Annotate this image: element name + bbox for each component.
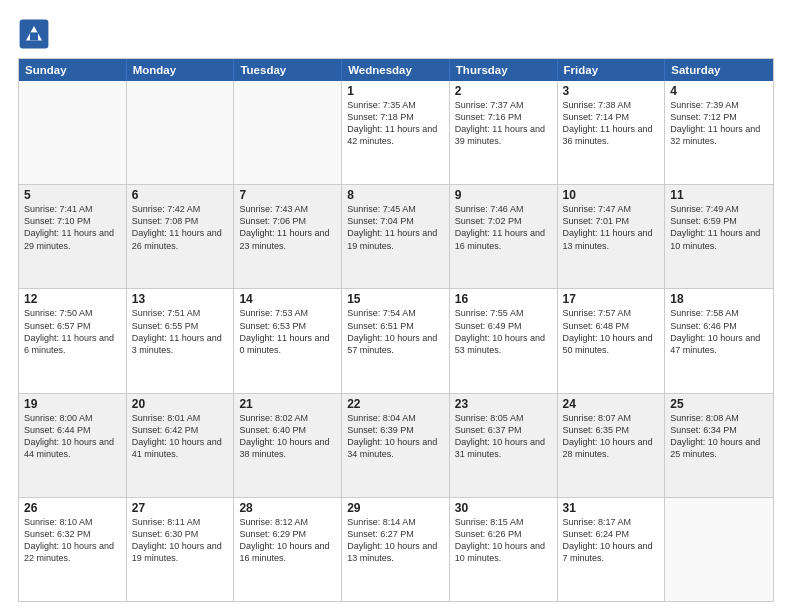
calendar-cell: 25Sunrise: 8:08 AM Sunset: 6:34 PM Dayli… bbox=[665, 394, 773, 497]
day-number: 20 bbox=[132, 397, 229, 411]
calendar-cell: 24Sunrise: 8:07 AM Sunset: 6:35 PM Dayli… bbox=[558, 394, 666, 497]
calendar-cell: 10Sunrise: 7:47 AM Sunset: 7:01 PM Dayli… bbox=[558, 185, 666, 288]
weekday-header-thursday: Thursday bbox=[450, 59, 558, 81]
day-info: Sunrise: 7:51 AM Sunset: 6:55 PM Dayligh… bbox=[132, 307, 229, 356]
day-number: 15 bbox=[347, 292, 444, 306]
calendar-cell: 20Sunrise: 8:01 AM Sunset: 6:42 PM Dayli… bbox=[127, 394, 235, 497]
day-number: 1 bbox=[347, 84, 444, 98]
day-info: Sunrise: 7:42 AM Sunset: 7:08 PM Dayligh… bbox=[132, 203, 229, 252]
day-number: 8 bbox=[347, 188, 444, 202]
day-info: Sunrise: 7:57 AM Sunset: 6:48 PM Dayligh… bbox=[563, 307, 660, 356]
calendar-cell: 23Sunrise: 8:05 AM Sunset: 6:37 PM Dayli… bbox=[450, 394, 558, 497]
day-number: 7 bbox=[239, 188, 336, 202]
day-number: 16 bbox=[455, 292, 552, 306]
calendar-cell: 28Sunrise: 8:12 AM Sunset: 6:29 PM Dayli… bbox=[234, 498, 342, 601]
calendar-cell: 1Sunrise: 7:35 AM Sunset: 7:18 PM Daylig… bbox=[342, 81, 450, 184]
day-info: Sunrise: 7:58 AM Sunset: 6:46 PM Dayligh… bbox=[670, 307, 768, 356]
calendar-cell: 11Sunrise: 7:49 AM Sunset: 6:59 PM Dayli… bbox=[665, 185, 773, 288]
calendar-cell: 26Sunrise: 8:10 AM Sunset: 6:32 PM Dayli… bbox=[19, 498, 127, 601]
calendar-cell: 14Sunrise: 7:53 AM Sunset: 6:53 PM Dayli… bbox=[234, 289, 342, 392]
calendar-cell: 17Sunrise: 7:57 AM Sunset: 6:48 PM Dayli… bbox=[558, 289, 666, 392]
day-info: Sunrise: 8:10 AM Sunset: 6:32 PM Dayligh… bbox=[24, 516, 121, 565]
calendar-cell: 19Sunrise: 8:00 AM Sunset: 6:44 PM Dayli… bbox=[19, 394, 127, 497]
day-number: 12 bbox=[24, 292, 121, 306]
day-number: 31 bbox=[563, 501, 660, 515]
calendar-row-3: 12Sunrise: 7:50 AM Sunset: 6:57 PM Dayli… bbox=[19, 288, 773, 392]
day-info: Sunrise: 7:35 AM Sunset: 7:18 PM Dayligh… bbox=[347, 99, 444, 148]
calendar: SundayMondayTuesdayWednesdayThursdayFrid… bbox=[18, 58, 774, 602]
day-info: Sunrise: 8:08 AM Sunset: 6:34 PM Dayligh… bbox=[670, 412, 768, 461]
day-info: Sunrise: 8:05 AM Sunset: 6:37 PM Dayligh… bbox=[455, 412, 552, 461]
day-info: Sunrise: 7:50 AM Sunset: 6:57 PM Dayligh… bbox=[24, 307, 121, 356]
day-info: Sunrise: 7:41 AM Sunset: 7:10 PM Dayligh… bbox=[24, 203, 121, 252]
calendar-cell: 18Sunrise: 7:58 AM Sunset: 6:46 PM Dayli… bbox=[665, 289, 773, 392]
calendar-cell: 8Sunrise: 7:45 AM Sunset: 7:04 PM Daylig… bbox=[342, 185, 450, 288]
calendar-cell bbox=[19, 81, 127, 184]
calendar-cell bbox=[127, 81, 235, 184]
weekday-header-wednesday: Wednesday bbox=[342, 59, 450, 81]
day-number: 22 bbox=[347, 397, 444, 411]
day-info: Sunrise: 8:02 AM Sunset: 6:40 PM Dayligh… bbox=[239, 412, 336, 461]
day-number: 6 bbox=[132, 188, 229, 202]
calendar-cell: 31Sunrise: 8:17 AM Sunset: 6:24 PM Dayli… bbox=[558, 498, 666, 601]
calendar-body: 1Sunrise: 7:35 AM Sunset: 7:18 PM Daylig… bbox=[19, 81, 773, 601]
day-number: 19 bbox=[24, 397, 121, 411]
calendar-cell: 15Sunrise: 7:54 AM Sunset: 6:51 PM Dayli… bbox=[342, 289, 450, 392]
day-number: 13 bbox=[132, 292, 229, 306]
calendar-row-4: 19Sunrise: 8:00 AM Sunset: 6:44 PM Dayli… bbox=[19, 393, 773, 497]
day-info: Sunrise: 8:11 AM Sunset: 6:30 PM Dayligh… bbox=[132, 516, 229, 565]
day-info: Sunrise: 7:43 AM Sunset: 7:06 PM Dayligh… bbox=[239, 203, 336, 252]
calendar-row-5: 26Sunrise: 8:10 AM Sunset: 6:32 PM Dayli… bbox=[19, 497, 773, 601]
calendar-cell: 6Sunrise: 7:42 AM Sunset: 7:08 PM Daylig… bbox=[127, 185, 235, 288]
day-info: Sunrise: 8:17 AM Sunset: 6:24 PM Dayligh… bbox=[563, 516, 660, 565]
day-info: Sunrise: 8:04 AM Sunset: 6:39 PM Dayligh… bbox=[347, 412, 444, 461]
day-info: Sunrise: 8:15 AM Sunset: 6:26 PM Dayligh… bbox=[455, 516, 552, 565]
day-number: 17 bbox=[563, 292, 660, 306]
weekday-header-monday: Monday bbox=[127, 59, 235, 81]
weekday-header-saturday: Saturday bbox=[665, 59, 773, 81]
day-number: 23 bbox=[455, 397, 552, 411]
day-info: Sunrise: 7:54 AM Sunset: 6:51 PM Dayligh… bbox=[347, 307, 444, 356]
general-blue-icon bbox=[18, 18, 50, 50]
day-info: Sunrise: 7:37 AM Sunset: 7:16 PM Dayligh… bbox=[455, 99, 552, 148]
calendar-cell: 21Sunrise: 8:02 AM Sunset: 6:40 PM Dayli… bbox=[234, 394, 342, 497]
day-info: Sunrise: 7:53 AM Sunset: 6:53 PM Dayligh… bbox=[239, 307, 336, 356]
calendar-cell: 29Sunrise: 8:14 AM Sunset: 6:27 PM Dayli… bbox=[342, 498, 450, 601]
calendar-cell: 2Sunrise: 7:37 AM Sunset: 7:16 PM Daylig… bbox=[450, 81, 558, 184]
day-number: 21 bbox=[239, 397, 336, 411]
calendar-cell bbox=[665, 498, 773, 601]
day-info: Sunrise: 8:07 AM Sunset: 6:35 PM Dayligh… bbox=[563, 412, 660, 461]
day-number: 3 bbox=[563, 84, 660, 98]
calendar-row-2: 5Sunrise: 7:41 AM Sunset: 7:10 PM Daylig… bbox=[19, 184, 773, 288]
svg-rect-2 bbox=[30, 32, 38, 40]
calendar-cell: 16Sunrise: 7:55 AM Sunset: 6:49 PM Dayli… bbox=[450, 289, 558, 392]
calendar-cell: 30Sunrise: 8:15 AM Sunset: 6:26 PM Dayli… bbox=[450, 498, 558, 601]
calendar-cell: 4Sunrise: 7:39 AM Sunset: 7:12 PM Daylig… bbox=[665, 81, 773, 184]
day-number: 4 bbox=[670, 84, 768, 98]
day-number: 27 bbox=[132, 501, 229, 515]
day-number: 24 bbox=[563, 397, 660, 411]
day-info: Sunrise: 7:49 AM Sunset: 6:59 PM Dayligh… bbox=[670, 203, 768, 252]
day-info: Sunrise: 8:00 AM Sunset: 6:44 PM Dayligh… bbox=[24, 412, 121, 461]
day-info: Sunrise: 8:14 AM Sunset: 6:27 PM Dayligh… bbox=[347, 516, 444, 565]
calendar-cell: 7Sunrise: 7:43 AM Sunset: 7:06 PM Daylig… bbox=[234, 185, 342, 288]
day-number: 29 bbox=[347, 501, 444, 515]
day-number: 14 bbox=[239, 292, 336, 306]
day-number: 2 bbox=[455, 84, 552, 98]
day-number: 18 bbox=[670, 292, 768, 306]
calendar-cell: 3Sunrise: 7:38 AM Sunset: 7:14 PM Daylig… bbox=[558, 81, 666, 184]
calendar-cell bbox=[234, 81, 342, 184]
header bbox=[18, 18, 774, 50]
day-info: Sunrise: 7:46 AM Sunset: 7:02 PM Dayligh… bbox=[455, 203, 552, 252]
calendar-cell: 13Sunrise: 7:51 AM Sunset: 6:55 PM Dayli… bbox=[127, 289, 235, 392]
day-number: 26 bbox=[24, 501, 121, 515]
day-number: 10 bbox=[563, 188, 660, 202]
day-info: Sunrise: 7:39 AM Sunset: 7:12 PM Dayligh… bbox=[670, 99, 768, 148]
day-number: 30 bbox=[455, 501, 552, 515]
calendar-cell: 27Sunrise: 8:11 AM Sunset: 6:30 PM Dayli… bbox=[127, 498, 235, 601]
day-number: 11 bbox=[670, 188, 768, 202]
day-number: 5 bbox=[24, 188, 121, 202]
day-info: Sunrise: 7:38 AM Sunset: 7:14 PM Dayligh… bbox=[563, 99, 660, 148]
day-info: Sunrise: 7:45 AM Sunset: 7:04 PM Dayligh… bbox=[347, 203, 444, 252]
calendar-cell: 9Sunrise: 7:46 AM Sunset: 7:02 PM Daylig… bbox=[450, 185, 558, 288]
